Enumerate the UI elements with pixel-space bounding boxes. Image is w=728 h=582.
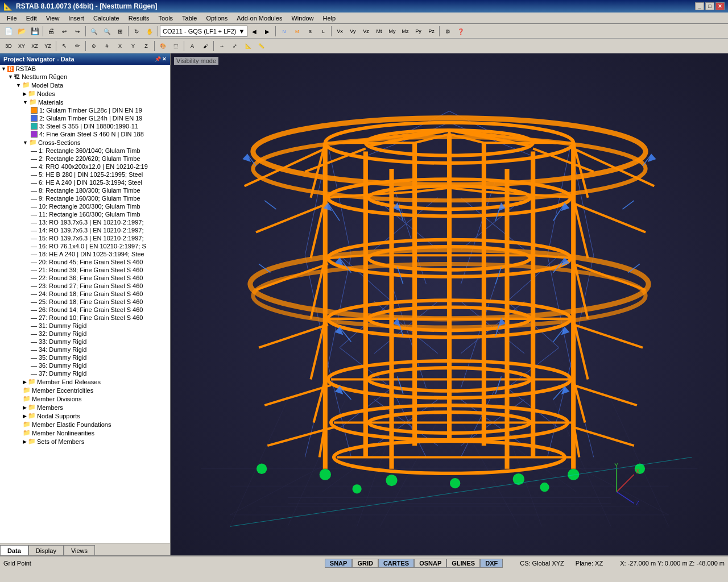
ns-expand[interactable]: ▶ [23,413,27,419]
nav-pin-btn[interactable]: 📌 [155,56,161,62]
tree-member-end-releases[interactable]: ▶ 📁 Member End Releases [0,377,170,386]
grid-button[interactable]: GRID [352,559,378,568]
cs-item-2[interactable]: — 4: RRO 400x200x12.0 | EN 10210-2:19 [0,163,170,171]
menu-insert[interactable]: Insert [64,14,89,23]
result-btn8[interactable]: Pz [425,25,437,38]
tree-model-data[interactable]: ▼ 📁 Model Data [0,81,170,89]
menu-edit[interactable]: Edit [22,14,42,23]
cs-item-19[interactable]: — 25: Round 18; Fine Grain Steel S 460 [0,298,170,306]
cs-item-18[interactable]: — 24: Round 18; Fine Grain Steel S 460 [0,290,170,298]
menu-results[interactable]: Results [124,14,154,23]
dxf-button[interactable]: DXF [480,559,503,568]
members-expand[interactable]: ▶ [23,405,27,410]
cs-item-0[interactable]: — 1: Rectangle 360/1040; Glulam Timb [0,147,170,155]
cs-item-23[interactable]: — 32: Dummy Rigid [0,330,170,338]
misc2-btn2[interactable]: ⤢ [229,40,241,52]
menu-calculate[interactable]: Calculate [89,14,124,23]
project-expand[interactable]: ▼ [8,74,13,80]
zoom-out-btn[interactable]: 🔍 [101,25,113,38]
wire-btn[interactable]: ⬚ [169,40,182,52]
cs-item-26[interactable]: — 35: Dummy Rigid [0,354,170,361]
cs-item-27[interactable]: — 36: Dummy Rigid [0,361,170,369]
cs-item-14[interactable]: — 20: Round 45; Fine Grain Steel S 460 [0,258,170,266]
tree-members[interactable]: ▶ 📁 Members [0,403,170,411]
modeldata-expand[interactable]: ▼ [16,82,21,88]
member-btn[interactable]: M [291,25,303,38]
save-btn[interactable]: 💾 [28,25,41,38]
tree-materials[interactable]: ▼ 📁 Materials [0,98,170,106]
cs-item-20[interactable]: — 26: Round 14; Fine Grain Steel S 460 [0,306,170,314]
tab-views[interactable]: Views [64,545,95,555]
snap-button[interactable]: SNAP [325,559,353,568]
titlebar-buttons[interactable]: _ □ ✕ [695,2,725,10]
result-btn6[interactable]: Mz [399,25,411,38]
cs-item-6[interactable]: — 9: Rectangle 160/300; Glulam Timbe [0,194,170,202]
cs-item-1[interactable]: — 2: Rectangle 220/620; Glulam Timbe [0,155,170,163]
menu-tools[interactable]: Tools [154,14,177,23]
mat-item-1[interactable]: 2: Glulam Timber GL24h | DIN EN 19 [0,114,170,122]
restore-button[interactable]: □ [705,2,714,10]
cs-item-11[interactable]: — 15: RO 139.7x6.3 | EN 10210-2:1997; [0,234,170,242]
cs-item-21[interactable]: — 27: Round 10; Fine Grain Steel S 460 [0,314,170,322]
next-btn[interactable]: ▶ [261,25,274,38]
nav-close-btn[interactable]: ✕ [162,56,167,62]
misc2-btn3[interactable]: 📐 [242,40,254,52]
materials-expand[interactable]: ▼ [23,99,28,105]
misc-btn1[interactable]: ⚙ [441,25,454,38]
draw-btn[interactable]: ✏ [71,40,84,52]
cs-item-9[interactable]: — 13: RO 193.7x6.3 | EN 10210-2:1997; [0,218,170,226]
menu-file[interactable]: File [2,14,22,23]
tree-project[interactable]: ▼ 🏗 Nestturm Rügen [0,73,170,81]
zoom-fit-btn[interactable]: ⊞ [114,25,126,38]
cs-item-4[interactable]: — 6: HE A 240 | DIN 1025-3:1994; Steel [0,178,170,186]
mer-expand[interactable]: ▶ [23,379,27,385]
result-btn2[interactable]: Vy [346,25,359,38]
result-btn1[interactable]: Vx [333,25,346,38]
tree-cross-sections[interactable]: ▼ 📁 Cross-Sections [0,138,170,147]
zoom-in-btn[interactable]: 🔍 [88,25,100,38]
undo-btn[interactable]: ↩ [58,25,71,38]
result-btn5[interactable]: My [386,25,398,38]
pan-btn[interactable]: ✋ [143,25,156,38]
minimize-button[interactable]: _ [695,2,704,10]
color-btn[interactable]: 🖌 [199,40,212,52]
cs-item-7[interactable]: — 10: Rectangle 200/300; Glulam Timb [0,202,170,210]
cs-item-17[interactable]: — 23: Round 27; Fine Grain Steel S 460 [0,282,170,290]
view-xz-btn[interactable]: XZ [28,40,41,52]
cs-item-24[interactable]: — 33: Dummy Rigid [0,338,170,346]
cs-item-15[interactable]: — 21: Round 39; Fine Grain Steel S 460 [0,266,170,274]
som-expand[interactable]: ▶ [23,439,27,444]
misc-btn2[interactable]: ❓ [454,25,467,38]
snap-btn[interactable]: ⊙ [88,40,100,52]
cartes-button[interactable]: CARTES [378,559,414,568]
rstab-expand[interactable]: ▼ [1,66,6,72]
menu-help[interactable]: Help [318,14,341,23]
tree-area[interactable]: ▼ R RSTAB ▼ 🏗 Nestturm Rügen ▼ 📁 Model D… [0,65,170,543]
rotate-btn[interactable]: ↻ [130,25,143,38]
result-btn4[interactable]: Mt [373,25,385,38]
mat-item-0[interactable]: 1: Glulam Timber GL28c | DIN EN 19 [0,106,170,114]
result-btn7[interactable]: Py [412,25,424,38]
print-btn[interactable]: 🖨 [45,25,57,38]
new-btn[interactable]: 📄 [2,25,15,38]
open-btn[interactable]: 📂 [15,25,28,38]
misc2-btn4[interactable]: 📏 [255,40,267,52]
axis-z-btn[interactable]: Z [140,40,152,52]
nodes-expand[interactable]: ▶ [23,91,27,97]
cs-item-3[interactable]: — 5: HE B 280 | DIN 1025-2:1995; Steel [0,171,170,178]
cs-item-12[interactable]: — 16: RO 76.1x4.0 | EN 10210-2:1997; S [0,242,170,250]
menu-options[interactable]: Options [201,14,232,23]
menu-view[interactable]: View [42,14,64,23]
tree-member-elastic-foundations[interactable]: 📁 Member Elastic Foundations [0,420,170,429]
tree-nodal-supports[interactable]: ▶ 📁 Nodal Supports [0,411,170,420]
misc2-btn1[interactable]: → [216,40,228,52]
cs-item-28[interactable]: — 37: Dummy Rigid [0,369,170,377]
tree-rstab[interactable]: ▼ R RSTAB [0,65,170,73]
view-xy-btn[interactable]: XY [15,40,28,52]
cs-item-13[interactable]: — 18: HE A 240 | DIN 1025-3:1994; Stee [0,250,170,258]
cs-item-8[interactable]: — 11: Rectangle 160/300; Glulam Timb [0,210,170,218]
osnap-button[interactable]: OSNAP [414,559,446,568]
loadcase-dropdown[interactable]: CO211 - GQS (LF1 ÷ LF2) ▼ [160,26,247,37]
tree-member-nonlinearities[interactable]: 📁 Member Nonlinearities [0,429,170,437]
render-btn[interactable]: 🎨 [156,40,169,52]
